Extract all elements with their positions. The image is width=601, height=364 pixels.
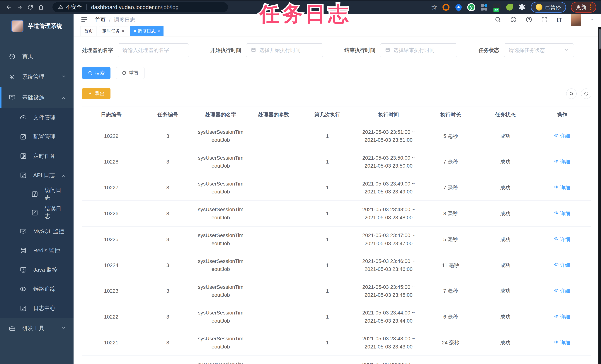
cell-duration: 24 毫秒 — [423, 330, 478, 356]
reload-icon[interactable] — [26, 3, 34, 11]
detail-link[interactable]: 详细 — [554, 262, 570, 269]
detail-link[interactable]: 详细 — [554, 132, 570, 140]
detail-link[interactable]: 详细 — [554, 210, 570, 218]
sidebar-item-定时任务[interactable]: 定时任务 — [0, 146, 73, 166]
cell-status: 成功 — [478, 149, 533, 175]
extension-leaf-icon[interactable] — [506, 3, 513, 11]
extension-grid-icon[interactable] — [480, 3, 488, 11]
detail-link[interactable]: 详细 — [554, 158, 570, 166]
breadcrumb-home[interactable]: 首页 — [95, 16, 106, 24]
column-header-任务编号: 任务编号 — [140, 106, 195, 123]
cell-log-id: 10220 — [82, 356, 140, 364]
cell-handler-name: sysUserSessionTimeoutJob — [195, 278, 246, 304]
sidebar-item-首页[interactable]: 首页 — [0, 46, 73, 67]
log-table: 日志编号任务编号处理器的名字处理器的参数第几次执行执行时间执行时长任务状态操作 … — [82, 106, 591, 364]
edit-icon — [20, 133, 27, 141]
sidebar-item-label: API 日志 — [33, 172, 55, 179]
close-icon[interactable]: × — [122, 29, 124, 33]
cell-handler-param — [246, 278, 301, 304]
sidebar-item-系统管理[interactable]: 系统管理 — [0, 67, 73, 87]
sidebar-item-api-日志[interactable]: API 日志 — [0, 166, 73, 185]
back-icon[interactable] — [5, 3, 13, 11]
cloud-icon — [20, 114, 27, 121]
fullscreen-icon[interactable] — [541, 16, 548, 24]
detail-link[interactable]: 详细 — [554, 313, 570, 321]
address-bar[interactable]: 不安全 dashboard.yudao.iocoder.cn/job/log — [52, 2, 228, 12]
tab-调度日志[interactable]: 调度日志× — [130, 26, 163, 36]
github-icon[interactable] — [510, 16, 517, 24]
tab-label: 调度日志 — [138, 28, 156, 34]
sidebar-item-java-监控[interactable]: Java 监控 — [0, 260, 73, 279]
cell-status: 成功 — [478, 304, 533, 330]
font-size-icon[interactable]: tT — [556, 16, 562, 23]
extensions-menu-icon[interactable]: 🞸 — [518, 3, 526, 11]
detail-link[interactable]: 详细 — [554, 184, 570, 192]
submenu-基础设施: 文件管理配置管理定时任务API 日志访问日志错误日志MySQL 监控Redis … — [0, 108, 73, 318]
date-input[interactable]: 选择结束执行时间 — [380, 43, 457, 57]
detail-link[interactable]: 详细 — [554, 287, 570, 295]
filter-form: 处理器的名字请输入处理器的名字开始执行时间选择开始执行时间结束执行时间选择结束执… — [82, 43, 594, 57]
cell-job-id: 3 — [140, 123, 195, 149]
sidebar-item-配置管理[interactable]: 配置管理 — [0, 127, 73, 146]
view-eye-icon — [554, 132, 559, 140]
sidebar-item-访问日志[interactable]: 访问日志 — [0, 185, 73, 203]
bookmark-star-icon[interactable]: ☆ — [431, 3, 437, 11]
cell-job-id: 3 — [140, 175, 195, 201]
toggle-search-button[interactable] — [566, 89, 577, 99]
cell-actions: 详细 — [533, 278, 591, 304]
breadcrumb: 首页 / 调度日志 — [95, 16, 135, 24]
docs-help-icon[interactable] — [525, 16, 532, 24]
column-header-操作: 操作 — [533, 106, 591, 123]
filter-开始执行时间: 开始执行时间选择开始执行时间 — [210, 43, 323, 57]
sidebar-item-label: 配置管理 — [33, 133, 55, 141]
sidebar-item-label: 日志中心 — [33, 304, 55, 312]
column-header-处理器的参数: 处理器的参数 — [246, 106, 301, 123]
sidebar-item-redis-监控[interactable]: Redis 监控 — [0, 241, 73, 260]
cell-job-id: 3 — [140, 227, 195, 253]
cell-execute-index: 1 — [301, 227, 354, 253]
export-button[interactable]: 导出 — [82, 88, 110, 99]
search-button[interactable]: 搜索 — [82, 67, 110, 79]
sidebar-item-日志中心[interactable]: 日志中心 — [0, 299, 73, 318]
reset-button[interactable]: 重置 — [116, 67, 144, 79]
table-header-row: 日志编号任务编号处理器的名字处理器的参数第几次执行执行时间执行时长任务状态操作 — [82, 106, 591, 123]
sidebar-item-基础设施[interactable]: 基础设施 — [0, 87, 73, 108]
sidebar-item-mysql-监控[interactable]: MySQL 监控 — [0, 222, 73, 241]
browser-menu-icon[interactable] — [590, 4, 591, 10]
not-secure-label: 不安全 — [66, 3, 82, 11]
user-avatar[interactable] — [571, 14, 581, 26]
close-icon[interactable]: × — [157, 29, 160, 33]
hamburger-icon[interactable] — [80, 16, 88, 24]
tab-定时任务[interactable]: 定时任务× — [99, 26, 128, 36]
scrollbar-thumb[interactable] — [599, 29, 601, 49]
paused-pill[interactable]: 已暂停 — [531, 2, 566, 13]
tab-首页[interactable]: 首页 — [80, 26, 96, 36]
update-button[interactable]: 更新 — [571, 2, 596, 13]
filter-label: 开始执行时间 — [210, 47, 241, 54]
refresh-table-button[interactable] — [581, 89, 591, 99]
detail-link[interactable]: 详细 — [554, 339, 570, 347]
cell-execute-index: 1 — [301, 278, 354, 304]
date-input[interactable]: 选择开始执行时间 — [246, 43, 323, 57]
chevron-down-icon[interactable] — [590, 17, 594, 22]
sidebar-item-文件管理[interactable]: 文件管理 — [0, 108, 73, 127]
extension-orange-icon[interactable] — [442, 3, 450, 11]
status-select[interactable]: 请选择任务状态 — [504, 43, 574, 57]
column-header-执行时长: 执行时长 — [423, 106, 478, 123]
sidebar-item-链路追踪[interactable]: 链路追踪 — [0, 279, 73, 299]
logedit-icon — [31, 190, 39, 198]
extension-on-icon[interactable]: on — [493, 3, 501, 11]
sidebar-item-错误日志[interactable]: 错误日志 — [0, 203, 73, 222]
detail-link[interactable]: 详细 — [554, 236, 570, 243]
extension-pin-icon[interactable] — [455, 3, 462, 11]
cell-job-id: 3 — [140, 356, 195, 364]
forward-icon[interactable] — [16, 3, 24, 11]
cell-execute-time: 2021-05-03 23:49:00 ~2021-05-03 23:49:00 — [354, 175, 423, 201]
home-icon[interactable] — [37, 3, 45, 11]
text-input[interactable]: 请输入处理器的名字 — [118, 43, 189, 57]
header-search-icon[interactable] — [494, 16, 501, 24]
scrollbar-track[interactable] — [598, 27, 601, 364]
extension-green-icon[interactable]: y — [467, 3, 475, 11]
sidebar-item-研发工具[interactable]: 研发工具 — [0, 318, 73, 338]
app-logo-row[interactable]: 芋道管理系统 — [0, 14, 73, 34]
